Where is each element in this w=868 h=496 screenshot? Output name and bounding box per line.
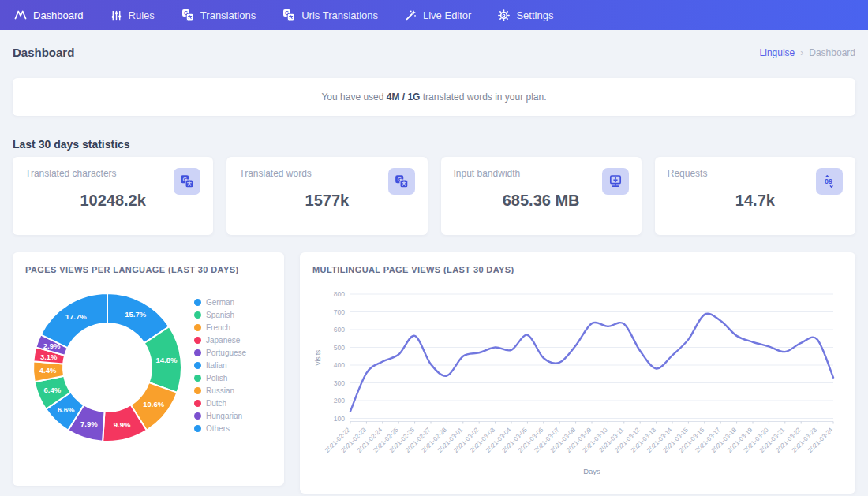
legend-dot — [194, 337, 201, 344]
legend-item-french[interactable]: French — [194, 323, 246, 332]
page-title: Dashboard — [13, 46, 74, 59]
nav-item-dashboard[interactable]: Dashboard — [14, 9, 84, 21]
nav-item-label: Urls Translations — [301, 9, 378, 21]
stat-value: 14.7k — [668, 192, 843, 210]
legend-dot — [194, 299, 201, 306]
stat-card-input-bandwidth: Input bandwidth 685.36 MB — [441, 157, 642, 235]
legend-item-german[interactable]: German — [194, 298, 246, 307]
legend-dot — [194, 387, 201, 394]
legend-item-italian[interactable]: Italian — [194, 361, 246, 370]
nav-item-translations[interactable]: G Translations — [181, 9, 256, 21]
stats-row: Translated characters G 10248.2k Transla… — [13, 157, 855, 235]
legend-dot — [194, 349, 201, 356]
donut-segment-label: 7.9% — [80, 420, 98, 428]
nav-item-rules[interactable]: Rules — [110, 9, 155, 21]
line-series-visits — [350, 314, 833, 412]
donut-segment-label: 10.6% — [143, 400, 164, 408]
legend-label: Polish — [206, 374, 227, 382]
stat-card-requests: Requests 09 14.7k — [655, 157, 855, 235]
svg-text:09: 09 — [825, 177, 832, 185]
wand-icon — [405, 9, 417, 21]
y-tick-label: 400 — [334, 361, 345, 369]
y-tick-label: 700 — [334, 308, 345, 316]
translate-icon: G — [282, 9, 295, 21]
donut-segment-label: 15.7% — [125, 310, 146, 319]
donut-segment-label: 6.6% — [58, 405, 75, 414]
legend-label: Spanish — [206, 311, 234, 319]
breadcrumb-link-linguise[interactable]: Linguise — [760, 47, 795, 58]
legend-dot — [194, 425, 201, 432]
y-tick-label: 100 — [334, 415, 345, 423]
legend-item-dutch[interactable]: Dutch — [194, 399, 246, 408]
donut-segment-label: 9.9% — [114, 420, 131, 429]
breadcrumb-separator: › — [800, 47, 803, 58]
nav-item-settings[interactable]: Settings — [498, 9, 553, 21]
legend-label: Portuguese — [206, 349, 246, 357]
breadcrumb: Linguise › Dashboard — [760, 47, 855, 58]
donut-chart-legend: GermanSpanishFrenchJapanesePortugueseIta… — [194, 298, 246, 449]
stat-value: 685.36 MB — [454, 192, 629, 210]
y-tick-label: 300 — [334, 379, 345, 387]
translate-icon: G — [174, 168, 200, 195]
plan-usage-notice: You have used 4M / 1G translated words i… — [13, 78, 855, 116]
y-tick-label: 500 — [334, 344, 345, 352]
nav-item-label: Live Editor — [423, 9, 471, 21]
legend-dot — [194, 324, 201, 331]
nav-item-urls-translations[interactable]: G Urls Translations — [282, 9, 378, 21]
legend-label: French — [206, 323, 230, 332]
legend-item-russian[interactable]: Russian — [194, 386, 246, 395]
plan-usage-text: You have used 4M / 1G translated words i… — [321, 91, 546, 103]
line-chart-title: MULTILINGUAL PAGE VIEWS (LAST 30 DAYS) — [312, 265, 843, 274]
legend-label: Hungarian — [206, 412, 242, 420]
y-axis-title: Visits — [314, 350, 322, 366]
donut-segment-label: 4.4% — [39, 366, 57, 375]
nav-item-label: Rules — [129, 9, 155, 21]
donut-chart-card: PAGES VIEWS PER LANGUAGE (LAST 30 DAYS) … — [13, 252, 284, 486]
stat-card-translated-words: Translated words G 1577k — [226, 157, 427, 235]
legend-item-hungarian[interactable]: Hungarian — [194, 412, 246, 420]
legend-label: Dutch — [206, 399, 226, 408]
legend-item-others[interactable]: Others — [194, 424, 246, 433]
bandwidth-icon — [602, 168, 629, 195]
donut-chart: 15.7%14.8%10.6%9.9%7.9%6.6%6.4%4.4%3.1%2… — [25, 285, 189, 449]
legend-item-portuguese[interactable]: Portuguese — [194, 349, 246, 357]
stat-value: 10248.2k — [25, 192, 200, 210]
x-axis-title: Days — [583, 467, 600, 475]
sliders-icon — [110, 9, 122, 21]
legend-item-spanish[interactable]: Spanish — [194, 311, 246, 319]
donut-segment-label: 14.8% — [155, 356, 177, 364]
top-navbar: Dashboard Rules G Translations — [0, 0, 868, 30]
requests-icon: 09 — [816, 168, 843, 195]
translate-icon: G — [388, 168, 415, 195]
legend-item-polish[interactable]: Polish — [194, 374, 246, 382]
y-tick-label: 200 — [334, 397, 345, 405]
notice-usage-value: 4M / 1G — [387, 91, 421, 103]
donut-chart-title: PAGES VIEWS PER LANGUAGE (LAST 30 DAYS) — [25, 265, 271, 274]
legend-label: Others — [206, 424, 230, 433]
legend-dot — [194, 375, 201, 382]
legend-label: Japanese — [206, 336, 240, 345]
nav-item-label: Translations — [200, 9, 256, 21]
legend-dot — [194, 311, 201, 319]
legend-dot — [194, 400, 201, 407]
translate-icon: G — [181, 9, 194, 21]
stat-value: 1577k — [239, 192, 414, 210]
line-chart: 1002003004005006007008002021-02-222021-0… — [312, 282, 843, 478]
legend-label: Italian — [206, 361, 227, 370]
gear-icon — [498, 9, 510, 21]
y-tick-label: 600 — [334, 326, 345, 334]
donut-segment-label: 6.4% — [44, 386, 62, 394]
nav-item-label: Settings — [516, 9, 553, 21]
breadcrumb-current: Dashboard — [809, 47, 855, 58]
legend-item-japanese[interactable]: Japanese — [194, 336, 246, 345]
legend-label: Russian — [206, 386, 234, 395]
line-chart-card: MULTILINGUAL PAGE VIEWS (LAST 30 DAYS) 1… — [300, 252, 855, 494]
notice-prefix: You have used — [321, 91, 386, 103]
notice-suffix: translated words in your plan. — [420, 91, 546, 103]
y-tick-label: 800 — [334, 290, 345, 298]
nav-item-label: Dashboard — [33, 9, 84, 21]
linguise-logo-icon — [14, 9, 27, 21]
nav-item-live-editor[interactable]: Live Editor — [405, 9, 471, 21]
legend-label: German — [206, 298, 234, 307]
legend-dot — [194, 412, 201, 420]
